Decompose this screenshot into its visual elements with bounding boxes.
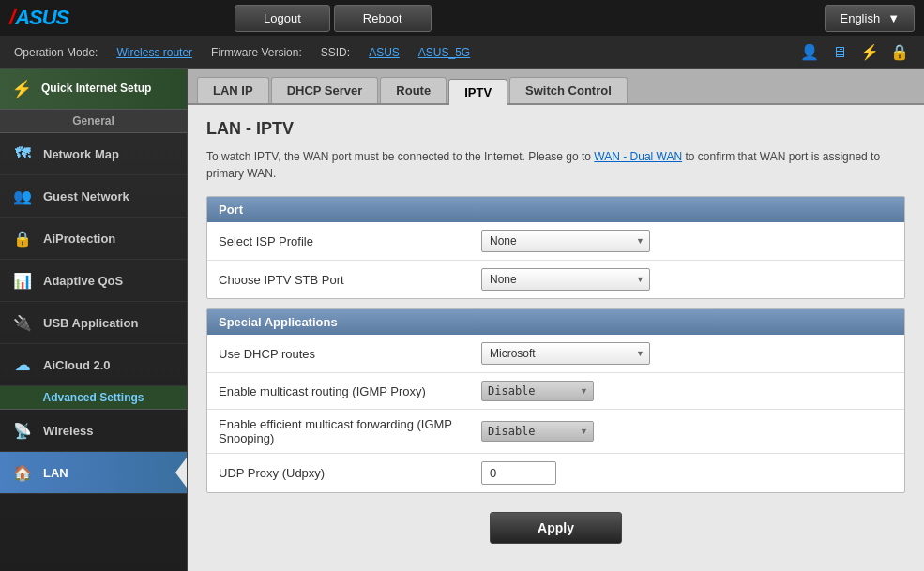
wan-dual-wan-link[interactable]: WAN - Dual WAN [594, 150, 682, 163]
tabs-bar: LAN IP DHCP Server Route IPTV Switch Con… [188, 69, 924, 105]
sidebar-item-label: AiCloud 2.0 [43, 358, 111, 372]
apply-area: Apply [206, 503, 905, 553]
usb-application-icon: 🔌 [11, 311, 34, 334]
sidebar-item-lan[interactable]: 🏠 LAN [0, 452, 187, 494]
sidebar-item-guest-network[interactable]: 👥 Guest Network [0, 175, 187, 218]
sidebar-item-adaptive-qos[interactable]: 📊 Adaptive QoS [0, 260, 187, 302]
udp-proxy-control [481, 461, 893, 485]
aiprotection-icon: 🔒 [11, 227, 34, 249]
quick-setup-label: Quick Internet Setup [41, 82, 151, 97]
advanced-settings-label: Advanced Settings [0, 386, 187, 410]
enable-efficient-multicast-control: Disable Enable [481, 421, 893, 442]
enable-multicast-routing-control: Disable Enable [481, 381, 893, 401]
tab-switch-control[interactable]: Switch Control [509, 77, 628, 103]
sidebar-item-usb-application[interactable]: 🔌 USB Application [0, 302, 187, 344]
operation-mode-label: Operation Mode: [14, 46, 98, 59]
enable-multicast-routing-select[interactable]: Disable Enable [481, 381, 594, 401]
choose-iptv-stb-port-row: Choose IPTV STB Port None LAN1 LAN2 LAN3… [207, 261, 904, 298]
tab-lan-ip[interactable]: LAN IP [197, 77, 269, 103]
special-applications-header: Special Applications [207, 309, 904, 335]
adaptive-qos-icon: 📊 [11, 269, 34, 292]
choose-iptv-stb-port-control: None LAN1 LAN2 LAN3 LAN4 [481, 268, 893, 291]
udp-proxy-input[interactable] [481, 461, 556, 485]
info-icons: 👤 🖥 ⚡ 🔒 [799, 42, 910, 63]
aicloud-icon: ☁ [11, 353, 34, 376]
quick-internet-setup[interactable]: ⚡ Quick Internet Setup [0, 69, 187, 110]
top-buttons: Logout Reboot [235, 5, 435, 32]
page-title: LAN - IPTV [206, 119, 905, 139]
select-isp-profile[interactable]: None Other [481, 230, 650, 252]
sidebar-item-aiprotection[interactable]: 🔒 AiProtection [0, 218, 187, 260]
ssid-value2[interactable]: ASUS_5G [418, 46, 470, 59]
select-isp-profile-control: None Other [481, 230, 893, 252]
general-section-label: General [0, 110, 187, 133]
wireless-icon: 📡 [11, 419, 34, 442]
chevron-down-icon: ▼ [887, 11, 900, 25]
select-isp-profile-label: Select ISP Profile [219, 234, 481, 248]
apply-button[interactable]: Apply [490, 512, 622, 544]
sidebar-item-network-map[interactable]: 🗺 Network Map [0, 133, 187, 175]
operation-mode-value: Wireless router [116, 46, 192, 59]
enable-multicast-routing-row: Enable multicast routing (IGMP Proxy) Di… [207, 373, 904, 410]
network-map-icon: 🗺 [11, 143, 34, 165]
monitor-icon[interactable]: 🖥 [829, 42, 850, 63]
description: To watch IPTV, the WAN port must be conn… [206, 148, 905, 182]
top-bar: / ASUS Logout Reboot English ▼ [0, 0, 924, 36]
language-selector[interactable]: English ▼ [825, 5, 915, 32]
select-isp-profile-row: Select ISP Profile None Other [207, 222, 904, 261]
usb-icon[interactable]: ⚡ [859, 42, 880, 63]
ssid-label: SSID: [321, 46, 350, 59]
ssid-value1[interactable]: ASUS [369, 46, 400, 59]
user-icon[interactable]: 👤 [799, 42, 820, 63]
sidebar-item-aicloud[interactable]: ☁ AiCloud 2.0 [0, 344, 187, 386]
quick-setup-icon: ⚡ [11, 79, 32, 99]
sidebar-item-label: LAN [43, 466, 68, 480]
sidebar-item-label: Wireless [43, 424, 93, 438]
tab-iptv[interactable]: IPTV [448, 79, 507, 105]
info-bar: Operation Mode: Wireless router Firmware… [0, 36, 924, 69]
network-icon[interactable]: 🔒 [889, 42, 910, 63]
use-dhcp-routes-label: Use DHCP routes [219, 347, 481, 361]
lan-icon: 🏠 [11, 461, 34, 484]
sidebar-item-label: Adaptive QoS [43, 274, 123, 288]
enable-efficient-multicast-label: Enable efficient multicast forwarding (I… [219, 417, 481, 445]
use-dhcp-routes-select[interactable]: Microsoft No Yes [481, 342, 650, 365]
sidebar-item-label: Network Map [43, 147, 119, 161]
choose-iptv-stb-port[interactable]: None LAN1 LAN2 LAN3 LAN4 [481, 268, 650, 291]
enable-multicast-routing-label: Enable multicast routing (IGMP Proxy) [219, 384, 481, 398]
port-section-header: Port [207, 197, 904, 222]
udp-proxy-label: UDP Proxy (Udpxy) [219, 466, 481, 480]
udp-proxy-row: UDP Proxy (Udpxy) [207, 454, 904, 492]
sidebar-item-wireless[interactable]: 📡 Wireless [0, 410, 187, 452]
sidebar-item-label: AiProtection [43, 232, 115, 246]
logo: / ASUS [9, 6, 122, 30]
logout-button[interactable]: Logout [235, 5, 330, 32]
use-dhcp-routes-row: Use DHCP routes Microsoft No Yes [207, 335, 904, 373]
main-layout: ⚡ Quick Internet Setup General 🗺 Network… [0, 69, 924, 571]
enable-efficient-multicast-select[interactable]: Disable Enable [481, 421, 594, 442]
reboot-button[interactable]: Reboot [334, 5, 432, 32]
guest-network-icon: 👥 [11, 185, 34, 207]
sidebar-item-label: USB Application [43, 316, 138, 330]
firmware-label: Firmware Version: [211, 46, 302, 59]
sidebar-item-label: Guest Network [43, 189, 129, 203]
tab-dhcp-server[interactable]: DHCP Server [271, 77, 379, 103]
sidebar: ⚡ Quick Internet Setup General 🗺 Network… [0, 69, 188, 571]
tab-route[interactable]: Route [380, 77, 447, 103]
port-section: Port Select ISP Profile None Other Choos… [206, 196, 905, 299]
page-content: LAN - IPTV To watch IPTV, the WAN port m… [188, 105, 924, 567]
content-area: LAN IP DHCP Server Route IPTV Switch Con… [188, 69, 924, 571]
enable-efficient-multicast-row: Enable efficient multicast forwarding (I… [207, 410, 904, 454]
special-applications-section: Special Applications Use DHCP routes Mic… [206, 308, 905, 493]
choose-iptv-stb-port-label: Choose IPTV STB Port [219, 273, 481, 287]
use-dhcp-routes-control: Microsoft No Yes [481, 342, 893, 365]
